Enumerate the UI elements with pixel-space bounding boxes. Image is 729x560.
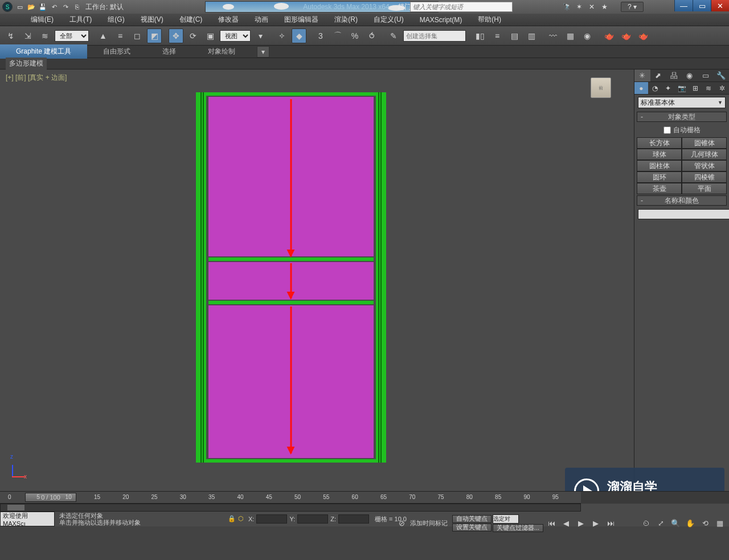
keyfilter-button[interactable]: 关键点过滤器...: [493, 524, 543, 532]
app-logo-icon[interactable]: S: [2, 2, 13, 12]
ref-coord-system[interactable]: 视图: [220, 30, 251, 42]
named-selection-set[interactable]: [403, 30, 466, 42]
use-center-icon[interactable]: ▾: [253, 28, 268, 43]
info-search[interactable]: [410, 2, 513, 12]
sub-geometry-icon[interactable]: ●: [634, 82, 648, 94]
menu-edit[interactable]: 编辑(E): [23, 13, 62, 27]
isolate-icon[interactable]: ⊘: [395, 516, 409, 530]
btn-pyramid[interactable]: 四棱锥: [682, 171, 727, 183]
tab-display-icon[interactable]: ▭: [698, 70, 714, 81]
exchange-icon[interactable]: ✕: [587, 2, 597, 12]
percent-snap-icon[interactable]: %: [347, 28, 362, 43]
redo-icon[interactable]: ↷: [60, 2, 71, 11]
setkey-button[interactable]: 设置关键点: [452, 524, 492, 532]
tab-selection[interactable]: 选择: [146, 44, 192, 59]
max-toggle-icon[interactable]: ▦: [713, 516, 727, 530]
time-slider[interactable]: 0 / 100 05101520253035404550556065707580…: [0, 491, 729, 504]
render-production-icon[interactable]: 🫖: [636, 28, 650, 43]
btn-cone[interactable]: 圆锥体: [682, 137, 727, 149]
tab-objectpaint[interactable]: 对象绘制: [192, 44, 251, 59]
menu-help[interactable]: 帮助(H): [470, 13, 509, 27]
play-anim-icon[interactable]: ▶: [574, 516, 588, 530]
menu-group[interactable]: 组(G): [100, 13, 132, 27]
selected-only-combo[interactable]: 选定对: [493, 514, 519, 524]
time-config-icon[interactable]: ⏲: [639, 516, 653, 530]
layers-icon[interactable]: ▤: [507, 28, 522, 43]
menu-rendering[interactable]: 渲染(R): [326, 13, 366, 27]
zoom-icon[interactable]: 🔍: [669, 516, 682, 530]
lock-selection-icon[interactable]: 🔒: [228, 515, 236, 523]
subpanel-polymodel[interactable]: 多边形建模: [6, 58, 47, 70]
search-input[interactable]: [411, 2, 512, 11]
ribbon-expand-icon[interactable]: ▾: [257, 46, 269, 58]
btn-plane[interactable]: 平面: [682, 183, 727, 194]
z-input[interactable]: [338, 514, 369, 524]
select-object-icon[interactable]: ▲: [96, 28, 110, 43]
btn-box[interactable]: 长方体: [637, 137, 682, 149]
viewport-label[interactable]: [+] [前] [真实 + 边面]: [6, 73, 67, 83]
x-input[interactable]: [256, 514, 287, 524]
layer-manager-icon[interactable]: ▥: [524, 28, 539, 43]
autogrid-checkbox[interactable]: [664, 126, 671, 134]
y-input[interactable]: [297, 514, 328, 524]
mirror-icon[interactable]: ▮▯: [473, 28, 488, 43]
new-file-icon[interactable]: ▭: [15, 2, 25, 11]
rendered-frame-icon[interactable]: 🫖: [619, 28, 633, 43]
rollout-object-type[interactable]: 对象类型: [637, 112, 727, 122]
angle-snap-icon[interactable]: ⌒: [330, 28, 345, 43]
render-setup-icon[interactable]: 🫖: [601, 28, 616, 43]
goto-start-icon[interactable]: ⏮: [544, 516, 558, 530]
trackbar-scroll[interactable]: [0, 504, 581, 512]
unlink-icon[interactable]: ⇲: [21, 28, 35, 43]
align-icon[interactable]: ≡: [490, 28, 505, 43]
named-sel-edit-icon[interactable]: ✎: [386, 28, 401, 43]
minimize-button[interactable]: —: [674, 0, 693, 11]
subscription-icon[interactable]: ✶: [574, 2, 584, 12]
spinner-snap-icon[interactable]: ⥀: [364, 28, 379, 43]
next-frame-icon[interactable]: ▶: [589, 516, 603, 530]
sub-systems-icon[interactable]: ✲: [715, 82, 729, 94]
select-manipulate-icon[interactable]: ✧: [275, 28, 289, 43]
sub-lights-icon[interactable]: ✦: [661, 82, 675, 94]
schematic-icon[interactable]: ▦: [563, 28, 578, 43]
sub-shapes-icon[interactable]: ◔: [648, 82, 662, 94]
tab-motion-icon[interactable]: ◉: [682, 70, 698, 81]
binoculars-icon[interactable]: 🔭: [562, 2, 572, 12]
lock-icon-2[interactable]: ⬡: [238, 515, 246, 523]
favorites-icon[interactable]: ★: [599, 2, 609, 12]
material-editor-icon[interactable]: ◉: [580, 28, 595, 43]
tab-utilities-icon[interactable]: 🔧: [713, 70, 729, 81]
btn-tube[interactable]: 管状体: [682, 160, 727, 171]
close-button[interactable]: ✕: [711, 0, 729, 11]
move-icon[interactable]: ✥: [169, 28, 183, 43]
addtime-label[interactable]: 添加时间标记: [410, 519, 448, 528]
pan-icon[interactable]: ✋: [683, 516, 697, 530]
select-link-icon[interactable]: ↯: [3, 28, 18, 43]
rotate-icon[interactable]: ⟳: [186, 28, 200, 43]
open-file-icon[interactable]: 📂: [26, 2, 36, 11]
tab-hierarchy-icon[interactable]: 品: [666, 70, 682, 81]
tab-modify-icon[interactable]: ⬈: [650, 70, 666, 81]
help-dropdown[interactable]: ? ▾: [621, 2, 644, 12]
menu-views[interactable]: 视图(V): [133, 13, 171, 27]
btn-geosphere[interactable]: 几何球体: [682, 149, 727, 160]
menu-modifiers[interactable]: 修改器: [210, 13, 247, 27]
orbit-icon[interactable]: ⟲: [698, 516, 712, 530]
goto-end-icon[interactable]: ⏭: [604, 516, 617, 530]
btn-sphere[interactable]: 球体: [637, 149, 682, 160]
sub-helpers-icon[interactable]: ⊞: [689, 82, 702, 94]
object-name-input[interactable]: [638, 209, 729, 219]
door-geometry[interactable]: [196, 92, 386, 463]
btn-teapot[interactable]: 茶壶: [637, 183, 682, 194]
scroll-thumb[interactable]: [7, 505, 24, 510]
curve-editor-icon[interactable]: 〰: [546, 28, 560, 43]
select-by-name-icon[interactable]: ≡: [113, 28, 128, 43]
scale-icon[interactable]: ▣: [203, 28, 218, 43]
menu-create[interactable]: 创建(C): [171, 13, 211, 27]
tab-graphite[interactable]: Graphite 建模工具: [0, 44, 87, 59]
tab-freeform[interactable]: 自由形式: [87, 44, 146, 59]
autokey-button[interactable]: 自动关键点: [452, 515, 492, 523]
viewport-front[interactable]: [+] [前] [真实 + 边面] 前 zx: [0, 70, 634, 491]
prev-frame-icon[interactable]: ◀: [559, 516, 573, 530]
selection-filter[interactable]: 全部: [55, 30, 89, 42]
